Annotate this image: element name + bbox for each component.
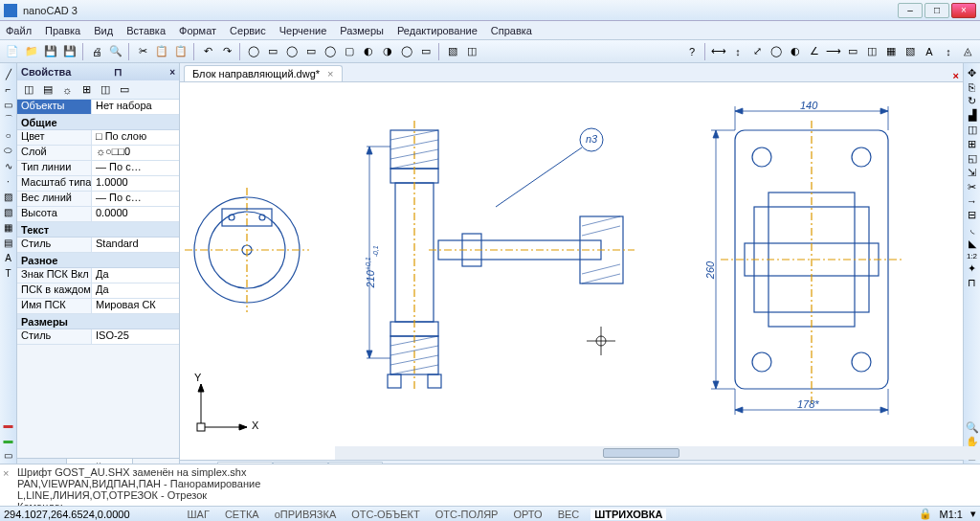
paste-icon[interactable]: 📋 [172, 43, 189, 60]
tool-icon[interactable]: ▭ [264, 43, 281, 60]
menu-file[interactable]: Файл [6, 25, 32, 36]
dim-icon[interactable]: ◯ [768, 43, 785, 60]
zoom-icon[interactable]: 🔍 [966, 421, 979, 434]
dim-icon[interactable]: ↕ [729, 43, 746, 60]
file-tab[interactable]: Блок направляющий.dwg* × [184, 65, 343, 81]
tool-icon[interactable]: ◫ [463, 43, 480, 60]
scale-icon[interactable]: ◱ [968, 152, 977, 165]
maximize-button[interactable]: □ [924, 3, 949, 18]
prop-objects[interactable]: Объекты Нет набора [17, 100, 179, 115]
undo-icon[interactable]: ↶ [199, 43, 216, 60]
region-icon[interactable]: ▧ [2, 205, 15, 218]
menu-format[interactable]: Формат [179, 25, 216, 36]
dim-icon[interactable]: ▧ [902, 43, 919, 60]
group-text[interactable]: Текст [17, 222, 179, 238]
group-misc[interactable]: Разное [17, 253, 179, 268]
mtext-icon[interactable]: T [2, 266, 15, 280]
tool-icon[interactable]: ▧ [444, 43, 461, 60]
trim-icon[interactable]: ✂ [968, 181, 976, 193]
circle-icon[interactable]: ○ [2, 128, 15, 142]
dim-icon[interactable]: ∠ [806, 43, 823, 60]
prop-ucson[interactable]: Знак ПСК ВклДа [17, 268, 179, 283]
menu-insert[interactable]: Вставка [126, 25, 166, 36]
dim-icon[interactable]: ⟷ [710, 43, 727, 60]
close-all-icon[interactable]: × [953, 70, 963, 81]
dim-icon[interactable]: A [921, 43, 938, 60]
help-icon[interactable]: ? [683, 43, 701, 60]
dim-icon[interactable]: ⤢ [748, 43, 766, 60]
polyline-icon[interactable]: ⌐ [2, 82, 15, 96]
explode-icon[interactable]: ✦ [968, 262, 976, 275]
menu-view[interactable]: Вид [94, 25, 113, 36]
dim-icon[interactable]: ▭ [844, 43, 861, 60]
prop-ucsall[interactable]: ПСК в каждом …Да [17, 283, 179, 299]
drawing-canvas[interactable]: 140 178* 260 210+0,1-0,1 n3 X Y [180, 82, 963, 460]
scale-display[interactable]: М1:1 [940, 509, 963, 520]
panel-tool-icon[interactable]: ☼ [58, 81, 76, 99]
minimize-button[interactable]: – [898, 3, 923, 18]
status-snap[interactable]: ШАГ [184, 509, 213, 520]
tool-icon[interactable]: ◯ [283, 43, 301, 60]
group-dims[interactable]: Размеры [17, 314, 179, 329]
prop-color[interactable]: Цвет□ По слою [17, 130, 179, 146]
tool-icon[interactable]: ◯ [398, 43, 415, 60]
scale11-label[interactable]: 1:2 [967, 252, 977, 260]
prop-linetype[interactable]: Тип линии— По с… [17, 161, 179, 176]
expand-icon[interactable]: ▾ [970, 508, 976, 520]
tool-icon[interactable]: ▢ [341, 43, 358, 60]
tool-icon[interactable]: ▬ [2, 433, 15, 446]
menu-dimensions[interactable]: Размеры [340, 25, 384, 36]
prop-height[interactable]: Высота0.0000 [17, 207, 179, 222]
stretch-icon[interactable]: ⇲ [968, 167, 976, 179]
prop-layer[interactable]: Слой☼○□□0 [17, 146, 179, 161]
chamfer-icon[interactable]: ◣ [969, 238, 976, 250]
tool-icon[interactable]: ▬ [2, 418, 15, 431]
dim-icon[interactable]: ⟶ [825, 43, 842, 60]
prop-dimstyle[interactable]: СтильISO-25 [17, 329, 179, 345]
panel-tool-icon[interactable]: ▭ [116, 81, 133, 99]
status-hatch[interactable]: ШТРИХОВКА [590, 509, 666, 520]
menu-edit[interactable]: Правка [45, 25, 80, 36]
panel-tool-icon[interactable]: ◫ [20, 81, 37, 99]
fillet-icon[interactable]: ◟ [970, 223, 974, 236]
copy-icon[interactable]: 📋 [153, 43, 170, 60]
tool-icon[interactable]: ▭ [302, 43, 320, 60]
ellipse-icon[interactable]: ⬭ [2, 144, 15, 157]
dim-icon[interactable]: ◬ [959, 43, 976, 60]
new-icon[interactable]: 📄 [4, 43, 21, 60]
command-line[interactable]: × Шрифт GOST_AU.SHX заменён на simplex.s… [0, 464, 980, 506]
tool-icon[interactable]: ◐ [360, 43, 377, 60]
dim-icon[interactable]: ▦ [882, 43, 900, 60]
status-otrack[interactable]: ОТС-ОБЪЕКТ [347, 509, 423, 520]
status-ortho[interactable]: ОРТО [509, 509, 546, 520]
hatch-icon[interactable]: ▨ [2, 190, 15, 203]
block-icon[interactable]: ▦ [2, 220, 15, 234]
break-icon[interactable]: ⊟ [968, 209, 976, 221]
tool-icon[interactable]: ◯ [322, 43, 339, 60]
lock-icon[interactable]: 🔒 [919, 508, 932, 520]
array-icon[interactable]: ⊞ [968, 138, 976, 150]
redo-icon[interactable]: ↷ [218, 43, 235, 60]
extend-icon[interactable]: → [967, 195, 977, 207]
status-grid[interactable]: СЕТКА [221, 509, 263, 520]
status-polar[interactable]: ОТС-ПОЛЯР [432, 509, 502, 520]
tool-icon[interactable]: ◑ [379, 43, 396, 60]
menu-draw[interactable]: Черчение [279, 25, 327, 36]
save-icon[interactable]: 💾 [42, 43, 59, 60]
table-icon[interactable]: ▤ [2, 236, 15, 249]
menu-service[interactable]: Сервис [230, 25, 266, 36]
join-icon[interactable]: ⊓ [968, 277, 976, 289]
tool-icon[interactable]: ▭ [417, 43, 434, 60]
dim-icon[interactable]: ↕ [940, 43, 957, 60]
line-icon[interactable]: ╱ [2, 67, 15, 80]
saveall-icon[interactable]: 💾 [61, 43, 78, 60]
hscrollbar[interactable] [335, 446, 980, 460]
spline-icon[interactable]: ∿ [2, 159, 15, 172]
mirror-icon[interactable]: ▟ [969, 109, 976, 122]
close-button[interactable]: × [951, 3, 976, 18]
point-icon[interactable]: · [2, 174, 15, 188]
cut-icon[interactable]: ✂ [134, 43, 151, 60]
tool-icon[interactable]: ◯ [245, 43, 262, 60]
prop-lweight[interactable]: Вес линий— По с… [17, 192, 179, 207]
preview-icon[interactable]: 🔍 [107, 43, 124, 60]
